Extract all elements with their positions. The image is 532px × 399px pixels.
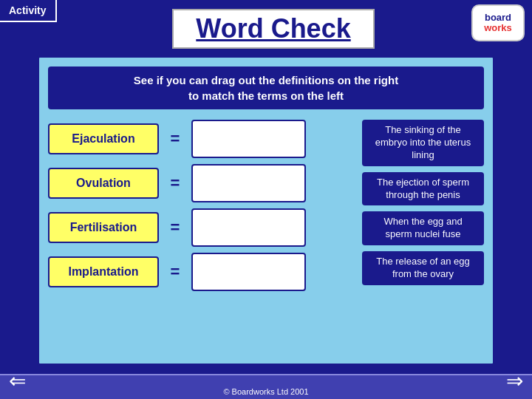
equals-sign-2: = — [166, 174, 184, 193]
instruction-line1: See if you can drag out the definitions … — [60, 72, 472, 88]
term-ejaculation: Ejaculation — [48, 123, 159, 154]
terms-column: Ejaculation = Ovulation = Fertilisation … — [48, 120, 355, 291]
drop-box-ejaculation[interactable] — [191, 120, 306, 158]
drop-box-fertilisation[interactable] — [191, 208, 306, 247]
definition-4[interactable]: The release of an egg from the ovary — [362, 251, 484, 285]
definition-3[interactable]: When the egg and sperm nuclei fuse — [362, 211, 484, 245]
copyright-text: © Boardworks Ltd 2001 — [223, 387, 308, 396]
drop-box-implantation[interactable] — [191, 253, 306, 291]
logo-line2: works — [484, 23, 512, 33]
definition-1[interactable]: The sinking of the embryo into the uteru… — [362, 120, 484, 166]
main-content-area: See if you can drag out the definitions … — [37, 55, 495, 366]
title-area: Word Check — [89, 9, 458, 49]
equals-sign-3: = — [166, 218, 184, 237]
term-fertilisation: Fertilisation — [48, 212, 159, 243]
definitions-column: The sinking of the embryo into the uteru… — [362, 120, 484, 291]
logo-line1: board — [485, 13, 511, 23]
equals-sign-4: = — [166, 262, 184, 282]
term-implantation: Implantation — [48, 256, 159, 287]
definition-2[interactable]: The ejection of sperm through the penis — [362, 172, 484, 206]
table-row: Implantation = — [48, 253, 355, 291]
table-row: Fertilisation = — [48, 208, 355, 247]
term-ovulation: Ovulation — [48, 168, 159, 199]
instruction-line2: to match the terms on the left — [60, 88, 472, 103]
equals-sign-1: = — [166, 129, 184, 149]
nav-right-arrow[interactable]: ⇒ — [506, 369, 523, 393]
page-title: Word Check — [172, 9, 374, 49]
terms-grid: Ejaculation = Ovulation = Fertilisation … — [48, 120, 355, 291]
table-row: Ejaculation = — [48, 120, 355, 158]
instruction-box: See if you can drag out the definitions … — [48, 66, 484, 109]
table-row: Ovulation = — [48, 164, 355, 202]
activity-tab-label: Activity — [9, 4, 47, 16]
drop-box-ovulation[interactable] — [191, 164, 306, 202]
nav-left-arrow[interactable]: ⇐ — [9, 369, 26, 393]
activity-tab[interactable]: Activity — [0, 0, 57, 22]
boardworks-logo: board works — [471, 4, 525, 41]
